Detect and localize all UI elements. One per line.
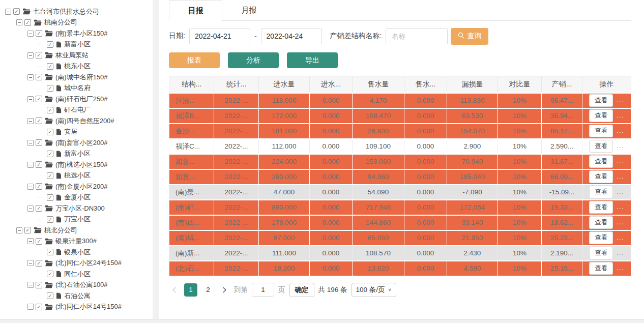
report-button[interactable]: 报表	[169, 52, 220, 68]
tree-checkbox[interactable]: ✓	[36, 52, 42, 58]
tree-checkbox[interactable]: ✓	[36, 282, 42, 288]
tree-checkbox[interactable]: ✓	[36, 96, 42, 102]
tree-checkbox[interactable]: ✓	[47, 63, 53, 70]
view-button[interactable]: 查看	[589, 140, 613, 153]
tree-checkbox[interactable]: ✓	[36, 74, 42, 80]
search-button[interactable]: 查询	[451, 28, 488, 45]
view-button[interactable]: 查看	[589, 247, 613, 259]
tree-node-label[interactable]: (南)金厦小区200#	[55, 182, 108, 191]
more-actions-button[interactable]: ...	[617, 111, 624, 119]
collapse-toggle-icon[interactable]	[16, 19, 22, 25]
tree-checkbox[interactable]: ✓	[13, 8, 20, 15]
tree-checkbox[interactable]: ✓	[47, 172, 53, 179]
horizontal-scrollbar[interactable]	[0, 319, 644, 323]
collapse-toggle-icon[interactable]	[27, 282, 34, 288]
tree-node-label[interactable]: 桃北分公司	[44, 226, 77, 235]
tree-node-label[interactable]: 林业局泵站	[55, 51, 89, 60]
tree-node-label[interactable]: 金厦小区	[64, 193, 91, 202]
collapse-toggle-icon[interactable]	[27, 96, 34, 102]
view-button[interactable]: 查看	[589, 186, 613, 198]
tree-node-label[interactable]: 城中名府	[64, 83, 91, 93]
tree-node-label[interactable]: 桃南分公司	[44, 18, 77, 27]
collapse-toggle-icon[interactable]	[16, 227, 22, 233]
prev-page-icon[interactable]	[169, 283, 180, 297]
tree-node-label[interactable]: (南)城中名府150#	[55, 73, 108, 82]
collapse-toggle-icon[interactable]	[27, 205, 34, 212]
tree-node-label[interactable]: (北)同仁小区24号150#	[55, 258, 122, 268]
view-button[interactable]: 查看	[589, 155, 613, 168]
tree-node-label[interactable]: 桃选小区	[64, 171, 91, 180]
tree-node-label[interactable]: (南)四号自然压200#	[55, 116, 114, 126]
confirm-page-button[interactable]: 确定	[289, 283, 314, 297]
more-actions-button[interactable]: ...	[617, 233, 624, 241]
tree-node-label[interactable]: 矸石电厂	[64, 105, 91, 114]
date-from-input[interactable]	[189, 28, 250, 44]
tree-node-label[interactable]: 万宝小区	[64, 215, 91, 224]
tree-checkbox[interactable]: ✓	[36, 260, 42, 267]
tree-checkbox[interactable]: ✓	[36, 139, 42, 146]
tree-node-label[interactable]: 石油公寓	[64, 291, 91, 301]
more-actions-button[interactable]: ...	[617, 172, 624, 180]
more-actions-button[interactable]: ...	[617, 188, 624, 195]
tree-checkbox[interactable]: ✓	[36, 161, 42, 168]
tree-checkbox[interactable]: ✓	[47, 249, 53, 255]
tree-checkbox[interactable]: ✓	[47, 151, 53, 157]
more-actions-button[interactable]: ...	[617, 142, 624, 150]
tree-node-label[interactable]: (北)同仁小区14号150#	[55, 302, 122, 311]
tree-checkbox[interactable]: ✓	[36, 238, 42, 245]
view-button[interactable]: 查看	[589, 262, 613, 275]
more-actions-button[interactable]: ...	[617, 96, 624, 104]
analyze-button[interactable]: 分析	[228, 52, 279, 68]
tree-checkbox[interactable]: ✓	[47, 271, 53, 277]
tree-scrollbar[interactable]	[153, 0, 159, 323]
tree-checkbox[interactable]: ✓	[47, 194, 53, 201]
view-button[interactable]: 查看	[589, 125, 613, 137]
collapse-toggle-icon[interactable]	[27, 31, 34, 37]
collapse-toggle-icon[interactable]	[27, 74, 34, 80]
tree-node-label[interactable]: 万宝小区-DN300	[55, 204, 105, 213]
tree-node-label[interactable]: 同仁小区	[64, 270, 91, 279]
tree-checkbox[interactable]: ✓	[24, 19, 31, 26]
more-actions-button[interactable]: ...	[617, 264, 624, 272]
collapse-toggle-icon[interactable]	[27, 140, 34, 146]
collapse-toggle-icon[interactable]	[27, 162, 34, 168]
tree-checkbox[interactable]: ✓	[47, 41, 53, 48]
tree-node-label[interactable]: 七台河市供排水总公司	[33, 7, 99, 16]
tree-node-label[interactable]: 新富小区	[64, 149, 91, 158]
tree-checkbox[interactable]: ✓	[36, 304, 42, 310]
collapse-toggle-icon[interactable]	[27, 52, 34, 58]
view-button[interactable]: 查看	[589, 170, 613, 183]
view-button[interactable]: 查看	[589, 216, 613, 229]
tree-checkbox[interactable]: ✓	[47, 85, 53, 92]
more-actions-button[interactable]: ...	[617, 127, 624, 134]
tree-node-label[interactable]: (南)景丰小区150#	[55, 29, 108, 38]
tree-checkbox[interactable]: ✓	[47, 292, 53, 299]
collapse-toggle-icon[interactable]	[27, 260, 34, 266]
tree-node-label[interactable]: (北)石油公寓100#	[55, 280, 108, 289]
tab-monthly-report[interactable]: 月报	[222, 0, 276, 20]
tree-checkbox[interactable]: ✓	[47, 129, 53, 135]
collapse-toggle-icon[interactable]	[27, 238, 34, 244]
more-actions-button[interactable]: ...	[617, 203, 624, 211]
date-to-input[interactable]	[261, 28, 322, 44]
view-button[interactable]: 查看	[589, 109, 613, 122]
page-number-button[interactable]: 2	[201, 283, 215, 297]
view-button[interactable]: 查看	[589, 94, 613, 107]
more-actions-button[interactable]: ...	[617, 157, 624, 165]
view-button[interactable]: 查看	[589, 231, 613, 244]
collapse-toggle-icon[interactable]	[27, 304, 34, 310]
export-button[interactable]: 导出	[287, 52, 338, 68]
tree-node-label[interactable]: 银泉小区	[64, 248, 91, 257]
tree-node-label[interactable]: 安居	[64, 127, 77, 136]
tab-daily-report[interactable]: 日报	[169, 0, 222, 21]
tree-node-label[interactable]: (南)新富小区200#	[55, 138, 108, 148]
more-actions-button[interactable]: ...	[617, 249, 624, 256]
page-number-button[interactable]: 1	[184, 283, 197, 297]
tree-node-label[interactable]: (南)桃选小区150#	[55, 160, 108, 169]
tree-checkbox[interactable]: ✓	[36, 30, 42, 37]
tree-checkbox[interactable]: ✓	[36, 205, 42, 212]
view-button[interactable]: 查看	[589, 201, 613, 214]
collapse-toggle-icon[interactable]	[5, 9, 11, 15]
tree-node-label[interactable]: (南)矸石电厂250#	[55, 95, 108, 104]
tree-checkbox[interactable]: ✓	[36, 118, 42, 124]
